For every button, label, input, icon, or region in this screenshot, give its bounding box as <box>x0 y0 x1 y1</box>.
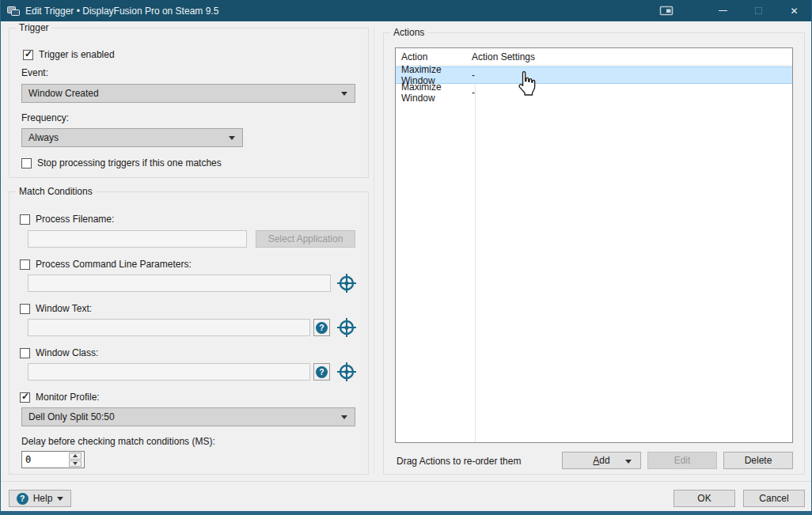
trigger-group-label: Trigger <box>16 22 52 33</box>
panel-divider <box>374 28 374 475</box>
stop-processing-label: Stop processing triggers if this one mat… <box>37 157 222 169</box>
chevron-down-icon <box>625 460 632 464</box>
spin-down-button[interactable] <box>69 460 82 468</box>
action-cell: Maximize Window <box>396 81 469 104</box>
edit-button-label: Edit <box>674 455 691 466</box>
actions-list[interactable]: Action Action Settings Maximize Window -… <box>395 47 793 443</box>
column-header-action-settings[interactable]: Action Settings <box>469 51 535 62</box>
window-class-label: Window Class: <box>36 347 98 358</box>
window-class-checkbox[interactable]: Window Class: <box>20 347 98 358</box>
footer-separator <box>1 481 811 482</box>
window-text-input[interactable] <box>28 319 310 336</box>
window-text-checkbox[interactable]: Window Text: <box>20 303 92 314</box>
delay-spinner <box>21 451 85 468</box>
close-button[interactable]: ✕ <box>776 0 812 21</box>
checkbox-unchecked[interactable] <box>20 304 30 314</box>
process-cmdline-input[interactable] <box>28 275 331 292</box>
add-button[interactable]: Add <box>562 452 641 469</box>
process-cmdline-checkbox[interactable]: Process Command Line Parameters: <box>20 259 192 270</box>
maximize-button[interactable] <box>741 0 776 21</box>
monitor-profile-label: Monitor Profile: <box>36 392 100 403</box>
actions-group-label: Actions <box>390 27 427 38</box>
checkbox-unchecked[interactable] <box>20 214 30 225</box>
window-title: Edit Trigger • DisplayFusion Pro on Stea… <box>25 6 218 17</box>
edit-button[interactable]: Edit <box>647 452 717 469</box>
close-icon: ✕ <box>790 6 798 17</box>
event-dropdown[interactable]: Window Created <box>21 84 355 103</box>
move-to-monitor-button[interactable] <box>653 0 681 21</box>
minimize-button[interactable] <box>705 0 741 21</box>
window-picker-crosshair-icon[interactable] <box>336 362 357 382</box>
column-separator <box>475 48 476 442</box>
process-filename-input[interactable] <box>28 230 247 248</box>
frequency-dropdown-value: Always <box>28 132 59 143</box>
action-settings-cell: - <box>469 87 475 98</box>
checkbox-checked[interactable]: ✓ <box>20 392 30 403</box>
drag-hint: Drag Actions to re-order them <box>397 456 521 467</box>
minimize-icon <box>719 10 727 11</box>
ok-button[interactable]: OK <box>674 490 735 507</box>
checkbox-unchecked[interactable] <box>20 259 30 270</box>
window-class-help-button[interactable]: ? <box>313 363 330 381</box>
checkmark-icon: ✓ <box>21 392 29 402</box>
delete-button-label: Delete <box>745 455 772 466</box>
chevron-down-icon <box>73 462 78 465</box>
process-filename-label: Process Filename: <box>36 214 114 225</box>
titlebar[interactable]: Edit Trigger • DisplayFusion Pro on Stea… <box>1 0 811 21</box>
chevron-down-icon <box>229 136 235 140</box>
question-icon: ? <box>316 322 328 334</box>
app-icon <box>7 5 20 17</box>
delete-button[interactable]: Delete <box>723 452 793 469</box>
chevron-up-icon <box>73 454 78 457</box>
select-application-label: Select Application <box>268 233 343 244</box>
checkbox-checked[interactable]: ✓ <box>23 50 33 60</box>
select-application-button[interactable]: Select Application <box>256 230 355 248</box>
monitor-profile-checkbox[interactable]: ✓ Monitor Profile: <box>20 392 100 403</box>
window-picker-crosshair-icon[interactable] <box>336 273 357 293</box>
chevron-down-icon <box>341 415 347 419</box>
trigger-enabled-checkbox[interactable]: ✓ Trigger is enabled <box>23 49 115 60</box>
add-button-label: Add <box>593 455 609 466</box>
event-label: Event: <box>21 67 48 78</box>
cancel-button[interactable]: Cancel <box>743 490 805 507</box>
checkbox-unchecked[interactable] <box>20 348 30 358</box>
monitor-profile-dropdown-value: Dell Only Split 50:50 <box>28 411 115 422</box>
edit-trigger-dialog: Edit Trigger • DisplayFusion Pro on Stea… <box>0 0 812 515</box>
chevron-down-icon <box>341 92 347 96</box>
column-header-action[interactable]: Action <box>396 51 469 62</box>
window-text-help-button[interactable]: ? <box>313 319 330 336</box>
help-button[interactable]: ? Help <box>9 490 71 507</box>
delay-input[interactable] <box>22 452 68 468</box>
ok-button-label: OK <box>697 493 711 504</box>
table-row[interactable]: Maximize Window - <box>396 84 792 100</box>
chevron-down-icon <box>57 497 63 501</box>
cancel-button-label: Cancel <box>759 493 788 504</box>
frequency-label: Frequency: <box>21 112 69 123</box>
monitor-icon <box>659 6 675 17</box>
process-filename-checkbox[interactable]: Process Filename: <box>20 214 114 225</box>
question-icon: ? <box>316 366 328 378</box>
match-conditions-group-label: Match Conditions <box>16 186 96 197</box>
spin-up-button[interactable] <box>69 453 82 460</box>
process-cmdline-label: Process Command Line Parameters: <box>36 259 192 270</box>
help-button-label: Help <box>33 493 53 504</box>
actions-list-header[interactable]: Action Action Settings <box>396 48 792 66</box>
action-settings-cell: - <box>469 70 475 81</box>
trigger-enabled-label: Trigger is enabled <box>39 49 115 60</box>
window-text-label: Window Text: <box>36 303 92 314</box>
stop-processing-checkbox[interactable]: Stop processing triggers if this one mat… <box>21 157 222 169</box>
frequency-dropdown[interactable]: Always <box>21 128 243 147</box>
checkbox-unchecked[interactable] <box>21 158 32 169</box>
window-picker-crosshair-icon[interactable] <box>336 317 357 338</box>
checkmark-icon: ✓ <box>25 49 32 59</box>
maximize-icon <box>755 7 762 14</box>
spinner-buttons <box>68 452 82 468</box>
question-icon: ? <box>17 493 28 505</box>
monitor-profile-dropdown[interactable]: Dell Only Split 50:50 <box>21 407 355 426</box>
delay-label: Delay before checking match conditions (… <box>21 436 215 447</box>
window-class-input[interactable] <box>28 363 310 381</box>
event-dropdown-value: Window Created <box>28 88 99 99</box>
